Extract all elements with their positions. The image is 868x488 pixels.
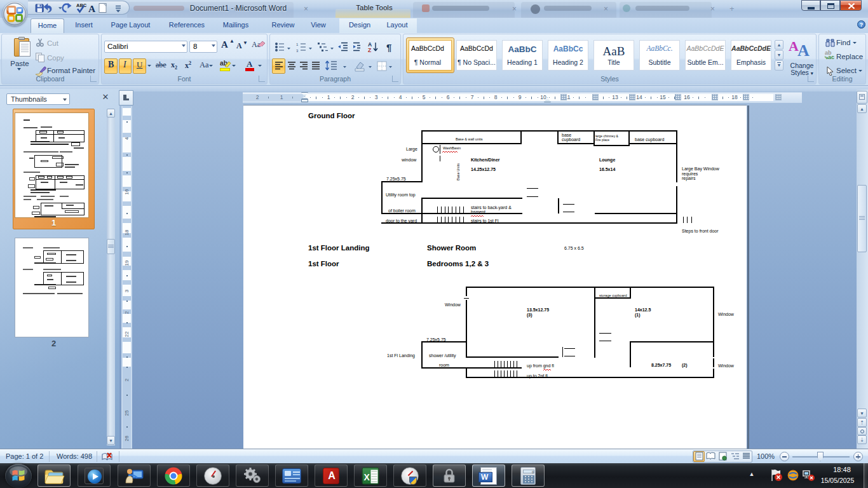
svg-text:A: A bbox=[88, 3, 96, 14]
svg-text:¶: ¶ bbox=[386, 42, 391, 53]
svg-text:Z: Z bbox=[368, 47, 371, 53]
svg-text:ABC: ABC bbox=[76, 3, 87, 8]
svg-text:1: 1 bbox=[296, 43, 299, 46]
svg-text:3: 3 bbox=[296, 49, 299, 53]
